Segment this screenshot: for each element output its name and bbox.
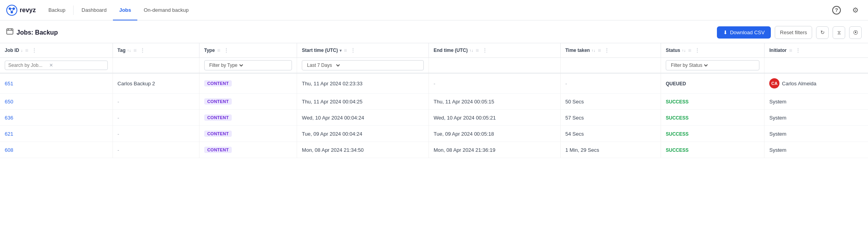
cell-type-4: CONTENT xyxy=(199,142,297,158)
cell-tag-1: - xyxy=(113,94,199,110)
time-taken-sort-icon[interactable]: ↑↓ xyxy=(591,48,595,53)
col-sep-1: ≡ xyxy=(25,47,28,53)
status-badge-2: SUCCESS xyxy=(666,115,689,121)
col-time-taken: Time taken ↑↓ ≡ ⋮ xyxy=(560,43,661,58)
job-id-link-4[interactable]: 608 xyxy=(5,147,13,153)
cell-time-taken-3: 54 Secs xyxy=(560,126,661,142)
cell-initiator-0: CA Carlos Almeida xyxy=(765,73,868,94)
type-filter-wrap: Filter by Type CONTENT xyxy=(204,60,292,70)
job-id-sort-icon[interactable]: ↓ xyxy=(21,48,23,53)
col-tag: Tag ↑↓ ≡ ⋮ xyxy=(113,43,199,58)
cell-tag-3: - xyxy=(113,126,199,142)
nav-divider-1 xyxy=(73,6,74,15)
cell-status-4: SUCCESS xyxy=(661,142,765,158)
cell-start-time-1: Thu, 11 Apr 2024 00:04:25 xyxy=(297,94,429,110)
cell-initiator-4: System xyxy=(765,142,868,158)
nav-links: Backup Dashboard Jobs On-demand backup xyxy=(42,0,195,20)
columns-button[interactable]: ⦿ xyxy=(849,26,862,39)
col-end-time: End time (UTC) ↑↓ ≡ ⋮ xyxy=(429,43,561,58)
logo-text: revyz xyxy=(20,7,36,14)
start-time-filter-cell: Last 7 Days Last 30 Days Custom xyxy=(297,58,429,74)
table-header-row: Job ID ↓ ≡ ⋮ Tag ↑↓ ≡ ⋮ xyxy=(0,43,868,58)
table-row: 621 - CONTENT Tue, 09 Apr 2024 00:04:24 … xyxy=(0,126,868,142)
cell-job-id-2: 636 xyxy=(0,110,113,126)
job-id-link-2[interactable]: 636 xyxy=(5,115,13,121)
filter-toggle-button[interactable]: ⧖ xyxy=(833,26,845,39)
download-csv-button[interactable]: ⬇ Download CSV xyxy=(717,26,771,39)
cell-type-3: CONTENT xyxy=(199,126,297,142)
nav-jobs[interactable]: Jobs xyxy=(113,0,137,20)
initiator-name-2: System xyxy=(769,115,786,121)
cell-tag-2: - xyxy=(113,110,199,126)
type-filter-cell: Filter by Type CONTENT xyxy=(199,58,297,74)
settings-button[interactable]: ⚙ xyxy=(849,4,862,17)
start-time-filter-icon[interactable]: ▾ xyxy=(340,48,342,53)
status-sort-icon[interactable]: ↑↓ xyxy=(682,48,686,53)
start-time-filter-select[interactable]: Last 7 Days Last 30 Days Custom xyxy=(305,62,341,68)
job-id-link-3[interactable]: 621 xyxy=(5,131,13,137)
nav-dashboard[interactable]: Dashboard xyxy=(75,0,113,20)
cell-initiator-3: System xyxy=(765,126,868,142)
type-filter-select[interactable]: Filter by Type CONTENT xyxy=(208,62,244,68)
cell-status-0: QUEUED xyxy=(661,73,765,94)
start-time-filter-wrap: Last 7 Days Last 30 Days Custom xyxy=(302,60,424,70)
initiator-cell-0: CA Carlos Almeida xyxy=(769,78,863,88)
logo-icon xyxy=(6,5,17,16)
svg-point-0 xyxy=(7,5,17,15)
search-clear-button[interactable]: ✕ xyxy=(49,63,53,68)
refresh-icon: ↻ xyxy=(820,29,825,35)
status-filter-wrap: Filter by Status QUEUED SUCCESS FAILED xyxy=(666,60,759,70)
col-sep-2: ⋮ xyxy=(31,47,37,53)
tag-value-4: - xyxy=(118,147,119,153)
cell-time-taken-0: - xyxy=(560,73,661,94)
cell-job-id-1: 650 xyxy=(0,94,113,110)
cell-end-time-1: Thu, 11 Apr 2024 00:05:15 xyxy=(429,94,561,110)
logo[interactable]: revyz xyxy=(6,5,36,16)
help-button[interactable]: ? xyxy=(830,4,843,17)
col-job-id: Job ID ↓ ≡ ⋮ xyxy=(0,43,113,58)
initiator-name-0: Carlos Almeida xyxy=(782,81,816,87)
initiator-name-3: System xyxy=(769,131,786,137)
cell-initiator-2: System xyxy=(765,110,868,126)
cell-status-3: SUCCESS xyxy=(661,126,765,142)
initiator-cell-4: System xyxy=(769,147,863,153)
status-filter-cell: Filter by Status QUEUED SUCCESS FAILED xyxy=(661,58,765,74)
col-start-time: Start time (UTC) ▾ ≡ ⋮ xyxy=(297,43,429,58)
table-row: 651 Carlos Backup 2 CONTENT Thu, 11 Apr … xyxy=(0,73,868,94)
tag-filter-cell xyxy=(113,58,199,74)
job-id-link-0[interactable]: 651 xyxy=(5,81,13,87)
type-badge-3: CONTENT xyxy=(204,131,232,137)
status-badge-3: SUCCESS xyxy=(666,131,689,137)
col-initiator: Initiator ≡ ⋮ xyxy=(765,43,868,58)
status-badge-4: SUCCESS xyxy=(666,147,689,153)
cell-end-time-3: Tue, 09 Apr 2024 00:05:18 xyxy=(429,126,561,142)
filter-icon: ⧖ xyxy=(837,29,841,36)
end-time-sort-icon[interactable]: ↑↓ xyxy=(469,48,473,53)
status-badge-1: SUCCESS xyxy=(666,99,689,105)
type-badge-1: CONTENT xyxy=(204,98,232,105)
jobs-table-wrap: Job ID ↓ ≡ ⋮ Tag ↑↓ ≡ ⋮ xyxy=(0,43,868,158)
nav-ondemand[interactable]: On-demand backup xyxy=(137,0,195,20)
reset-filters-button[interactable]: Reset filters xyxy=(775,26,812,39)
job-id-link-1[interactable]: 650 xyxy=(5,99,13,105)
tag-value-1: - xyxy=(118,99,119,105)
cell-start-time-2: Wed, 10 Apr 2024 00:04:24 xyxy=(297,110,429,126)
page-title-icon xyxy=(6,28,13,37)
table-row: 608 - CONTENT Mon, 08 Apr 2024 21:34:50 … xyxy=(0,142,868,158)
job-search-input[interactable] xyxy=(8,63,48,68)
help-icon: ? xyxy=(832,6,841,15)
cell-end-time-0: - xyxy=(429,73,561,94)
nav-backup[interactable]: Backup xyxy=(42,0,72,20)
cell-job-id-0: 651 xyxy=(0,73,113,94)
cell-job-id-4: 608 xyxy=(0,142,113,158)
svg-rect-7 xyxy=(7,29,13,34)
cell-type-1: CONTENT xyxy=(199,94,297,110)
cell-tag-4: - xyxy=(113,142,199,158)
type-badge-4: CONTENT xyxy=(204,147,232,153)
header-actions: ⬇ Download CSV Reset filters ↻ ⧖ ⦿ xyxy=(717,26,862,39)
refresh-button[interactable]: ↻ xyxy=(816,26,829,39)
tag-sort-icon[interactable]: ↑↓ xyxy=(127,48,131,53)
status-filter-select[interactable]: Filter by Status QUEUED SUCCESS FAILED xyxy=(669,62,709,68)
cell-start-time-0: Thu, 11 Apr 2024 02:23:33 xyxy=(297,73,429,94)
page-title: Jobs: Backup xyxy=(6,28,58,37)
